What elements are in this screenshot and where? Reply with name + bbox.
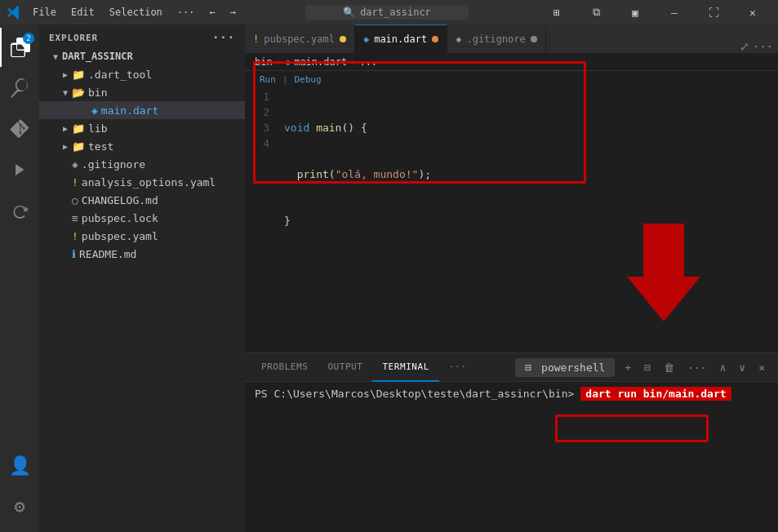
sidebar-header: EXPLORER ··· <box>39 24 245 47</box>
nav-back[interactable]: ← <box>203 5 222 20</box>
add-terminal-icon[interactable]: + <box>621 360 634 375</box>
shell-icon: ⊟ <box>522 360 535 375</box>
activity-bar: 2 👤 ⚙ <box>0 24 39 532</box>
bin-arrow: ▼ <box>59 88 72 97</box>
main-dart-tab-dot <box>432 36 438 42</box>
menu-file[interactable]: File <box>26 5 63 20</box>
tree-item-pubspec-yaml[interactable]: ▶ ! pubspec.yaml <box>39 227 245 245</box>
menu-bar: File Edit Selection ··· ← → <box>26 5 242 20</box>
maximize-button[interactable]: ⛶ <box>695 0 732 24</box>
minimize-button[interactable]: — <box>656 0 693 24</box>
files-badge: 2 <box>23 33 34 44</box>
breadcrumb-file-icon: ◈ <box>285 56 291 68</box>
code-content[interactable]: void main() { print("olá, mundo!"); } <box>278 87 778 352</box>
pubspec-yaml-tab-label: pubspec.yaml <box>264 33 335 45</box>
tree-item-main-dart[interactable]: ▶ ◈ main.dart <box>39 101 245 119</box>
breadcrumb-sep1: › <box>276 56 282 68</box>
activity-extensions[interactable] <box>0 191 39 230</box>
panel-expand-icon[interactable]: ∨ <box>736 360 749 375</box>
test-label: test <box>88 140 245 153</box>
tree-item-changelog[interactable]: ▶ ○ CHANGELOG.md <box>39 191 245 209</box>
panel-close-icon[interactable]: ✕ <box>755 360 768 375</box>
code-line-1: void main() { <box>284 120 771 135</box>
panel-area: PROBLEMS OUTPUT TERMINAL ··· ⊟ powershel… <box>245 352 778 532</box>
title-search[interactable]: 🔍 dart_assincr <box>305 5 469 20</box>
debug-label[interactable]: Debug <box>295 74 322 85</box>
tree-item-gitignore[interactable]: ▶ ◈ .gitignore <box>39 155 245 173</box>
breadcrumb-main-dart: main.dart <box>294 56 347 68</box>
close-button[interactable]: ✕ <box>734 0 771 24</box>
pubspec-lock-label: pubspec.lock <box>82 212 245 224</box>
gitignore-tab-icon: ◈ <box>456 33 461 45</box>
breadcrumb-sep2: › <box>350 56 356 68</box>
activity-git[interactable] <box>0 109 39 149</box>
tree-item-analysis[interactable]: ▶ ! analysis_options.yaml <box>39 173 245 191</box>
more-actions-icon[interactable]: ··· <box>753 40 773 53</box>
kill-terminal-icon[interactable]: 🗑 <box>660 360 678 375</box>
tree-item-readme[interactable]: ▶ ℹ README.md <box>39 245 245 263</box>
tree-item-bin[interactable]: ▼ 📂 bin <box>39 83 245 101</box>
sidebar: EXPLORER ··· ▼ DART_ASSINCR ▶ 📁 .dart_to… <box>39 24 245 532</box>
pubspec-yaml-label: pubspec.yaml <box>82 230 245 242</box>
terminal-content[interactable]: PS C:\Users\Marcos\Desktop\teste\dart_as… <box>245 382 778 532</box>
tabs-bar: ! pubspec.yaml ◈ main.dart ◈ .gitignore … <box>245 24 778 53</box>
menu-selection[interactable]: Selection <box>103 5 169 20</box>
readme-label: README.md <box>79 248 245 260</box>
activity-run[interactable] <box>0 150 39 189</box>
tab-pubspec-yaml[interactable]: ! pubspec.yaml <box>245 24 355 53</box>
line-num-3: 3 <box>245 120 269 135</box>
code-editor: 1 2 3 4 void main() { print("olá, mundo!… <box>245 87 778 352</box>
nav-forward[interactable]: → <box>224 5 242 20</box>
pubspec-lock-icon: ≡ <box>72 212 78 224</box>
tree-item-lib[interactable]: ▶ 📁 lib <box>39 119 245 137</box>
tabs-actions: ⤢ ··· <box>735 40 778 53</box>
main-dart-label: main.dart <box>101 104 245 117</box>
activity-account[interactable]: 👤 <box>0 446 39 485</box>
run-debug-sep: | <box>282 74 288 85</box>
window-controls: ⊞ ⧉ ▣ — ⛶ ✕ <box>538 0 771 24</box>
pubspec-yaml-icon: ! <box>72 230 78 242</box>
tree-root[interactable]: ▼ DART_ASSINCR <box>39 47 245 65</box>
menu-more[interactable]: ··· <box>171 5 202 20</box>
search-glass-icon: 🔍 <box>343 7 355 18</box>
menu-edit[interactable]: Edit <box>64 5 101 20</box>
readme-icon: ℹ <box>72 248 76 260</box>
main-dart-tab-label: main.dart <box>374 33 427 45</box>
sidebar-toggle[interactable]: ▣ <box>616 0 654 24</box>
pubspec-yaml-tab-icon: ! <box>253 33 259 45</box>
editor-area: bin › ◈ main.dart › ... Run | Debug 1 2 … <box>245 53 778 352</box>
activity-search[interactable] <box>0 69 39 108</box>
tree-item-test[interactable]: ▶ 📁 test <box>39 137 245 155</box>
tab-main-dart[interactable]: ◈ main.dart <box>355 24 447 53</box>
grid-icon[interactable]: ⧉ <box>577 0 615 24</box>
tab-gitignore[interactable]: ◈ .gitignore <box>447 24 545 53</box>
panel-tabs: PROBLEMS OUTPUT TERMINAL ··· ⊟ powershel… <box>245 353 778 382</box>
test-icon: 📁 <box>72 140 85 153</box>
bin-icon: 📂 <box>72 86 85 99</box>
panel-tab-terminal[interactable]: TERMINAL <box>372 353 438 382</box>
panel-tab-more[interactable]: ··· <box>439 353 477 382</box>
code-line-4 <box>284 259 771 275</box>
sidebar-more-icon[interactable]: ··· <box>212 31 235 44</box>
lib-arrow: ▶ <box>59 124 72 133</box>
sidebar-title: EXPLORER <box>49 33 98 43</box>
pubspec-yaml-tab-dot <box>340 36 346 42</box>
panel-more-icon[interactable]: ··· <box>684 360 709 375</box>
panel-collapse-icon[interactable]: ∧ <box>717 360 730 375</box>
changelog-label: CHANGELOG.md <box>82 194 245 206</box>
shell-label: ⊟ powershell <box>515 358 615 377</box>
run-label[interactable]: Run <box>260 74 276 85</box>
changelog-icon: ○ <box>72 194 78 206</box>
panel-tab-problems[interactable]: PROBLEMS <box>251 353 318 382</box>
panel-tab-output[interactable]: OUTPUT <box>318 353 372 382</box>
main-dart-tab-icon: ◈ <box>363 33 369 45</box>
line-num-1: 1 <box>245 89 269 104</box>
split-terminal-icon[interactable]: ⊟ <box>641 360 654 375</box>
tree-item-dart-tool[interactable]: ▶ 📁 .dart_tool <box>39 65 245 83</box>
split-editor-icon[interactable]: ⤢ <box>740 40 749 53</box>
activity-settings[interactable]: ⚙ <box>0 486 39 525</box>
title-bar: File Edit Selection ··· ← → 🔍 dart_assin… <box>0 0 778 24</box>
tree-item-pubspec-lock[interactable]: ▶ ≡ pubspec.lock <box>39 209 245 227</box>
layout-icon[interactable]: ⊞ <box>538 0 576 24</box>
activity-files[interactable]: 2 <box>0 28 39 67</box>
